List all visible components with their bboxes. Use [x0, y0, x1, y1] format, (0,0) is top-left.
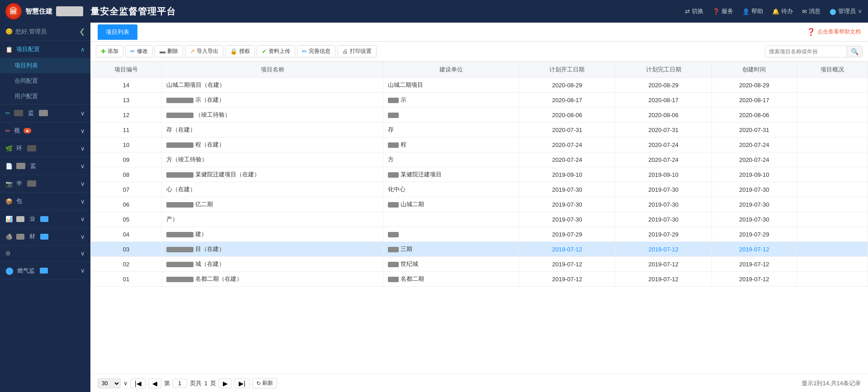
gas-chevron: ∨ — [80, 267, 85, 274]
import-icon: ↗ — [190, 48, 195, 55]
cell-builder — [383, 108, 519, 123]
switch-label: 切换 — [692, 7, 703, 15]
col-end: 计划完工日期 — [615, 62, 712, 78]
edit-button[interactable]: ✏ 修改 — [125, 45, 153, 57]
group9-square2 — [40, 234, 48, 240]
sidebar-user-left: 😊 您好,管理员 — [5, 28, 47, 36]
table-container: 项目编号 项目名称 建设单位 计划开工日期 计划完工日期 创建时间 项目概况 1… — [90, 61, 868, 374]
add-icon: ✚ — [101, 48, 106, 55]
cell-overview — [797, 272, 868, 287]
cell-overview — [797, 137, 868, 152]
table-row[interactable]: 07心（在建）化中心2019-07-302019-07-302019-07-30 — [91, 182, 868, 197]
gas-label: 燃气监 — [17, 267, 35, 275]
page-number-input[interactable] — [173, 379, 187, 388]
upload-icon: ✔ — [262, 48, 267, 55]
sidebar-group-header-gas[interactable]: ⬤ 燃气监 ∨ — [0, 262, 90, 279]
sidebar-group-header-3[interactable]: ✏ 视 ● ∨ — [0, 122, 90, 139]
table-row[interactable]: 03 目（在建） 三期2019-07-122019-07-122019-07-1… — [91, 242, 868, 257]
table-row[interactable]: 06 亿二期 山城二期2019-07-302019-07-302019-07-3… — [91, 197, 868, 212]
sidebar-group-header-4[interactable]: 🌿 环 ∨ — [0, 140, 90, 157]
sidebar-group-project-config: 📋 项目配置 ∧ 项目列表 合同配置 用户配置 — [0, 41, 90, 104]
table-row[interactable]: 08 某健院迁建项目（在建） 某健院迁建项目2019-09-102019-09-… — [91, 167, 868, 182]
sidebar-group-header-10[interactable]: ⚙ ∨ — [0, 246, 90, 261]
builder-blurred — [388, 232, 399, 237]
cell-name: 目（在建） — [162, 242, 383, 257]
search-input[interactable] — [765, 47, 847, 57]
delete-button[interactable]: ▬ 删除 — [155, 45, 183, 57]
contract-config-label: 合同配置 — [14, 77, 38, 84]
sidebar-item-contract-config[interactable]: 合同配置 — [0, 73, 90, 89]
cell-created: 2019-07-30 — [712, 182, 797, 197]
sidebar-collapse-btn[interactable]: ❮ — [79, 27, 85, 36]
table-row[interactable]: 10 程（在建） 程2020-07-242020-07-242020-07-24 — [91, 137, 868, 152]
print-button[interactable]: 🖨 打印设置 — [337, 45, 377, 57]
sidebar-group-header-5[interactable]: 📄 监 ∨ — [0, 157, 90, 175]
page-label-mid: 页共 — [190, 379, 202, 387]
switch-btn[interactable]: ⇄ 切换 — [685, 7, 703, 15]
cell-start: 2019-07-30 — [519, 182, 615, 197]
logo-icon: 🏛 — [5, 3, 22, 19]
name-blurred — [166, 247, 193, 252]
cell-name: （竣工待验） — [162, 108, 383, 123]
cell-builder: 山城二期 — [383, 197, 519, 212]
table-row[interactable]: 14山城二期项目（在建）山城二期项目2020-08-292020-08-2920… — [91, 78, 868, 93]
page-tab[interactable]: 项目列表 — [98, 24, 137, 40]
group10-chevron: ∨ — [80, 250, 85, 257]
service-label: 服务 — [722, 7, 733, 15]
authorize-button[interactable]: 🔒 授权 — [225, 45, 255, 57]
table-row[interactable]: 13 示（在建） 示2020-08-172020-08-172020-08-17 — [91, 93, 868, 108]
sidebar-group-header-7[interactable]: 📦 包 ∨ — [0, 193, 90, 210]
add-button[interactable]: ✚ 添加 — [96, 45, 123, 57]
col-created: 创建时间 — [712, 62, 797, 78]
page-size-select[interactable]: 30 50 100 — [98, 378, 121, 388]
cell-id: 11 — [91, 123, 162, 137]
refresh-label: 刷新 — [262, 379, 273, 387]
cell-builder: 某健院迁建项目 — [383, 167, 519, 182]
project-list-label: 项目列表 — [14, 62, 38, 69]
sidebar-group-header-6[interactable]: 📷 半 ∨ — [0, 175, 90, 192]
cell-overview — [797, 227, 868, 242]
import-button[interactable]: ↗ 导入导出 — [185, 45, 223, 57]
table-row[interactable]: 09方（竣工待验）方2020-07-242020-07-242020-07-24 — [91, 152, 868, 167]
gas-icon: ⬤ — [5, 266, 14, 275]
group8-square2 — [40, 216, 48, 222]
todo-btn[interactable]: 🔔 待办 — [772, 7, 793, 15]
table-row[interactable]: 04 建）2019-07-292019-07-292019-07-29 — [91, 227, 868, 242]
cell-builder: 山城二期项目 — [383, 78, 519, 93]
upload-button[interactable]: ✔ 资料上传 — [257, 45, 295, 57]
sidebar-item-user-config[interactable]: 用户配置 — [0, 89, 90, 104]
main-layout: 😊 您好,管理员 ❮ 📋 项目配置 ∧ 项目列表 合同配置 用户配置 — [0, 23, 868, 392]
table-row[interactable]: 01 名都二期（在建） 名都二期2019-07-122019-07-122019… — [91, 272, 868, 287]
first-page-btn[interactable]: |◀ — [131, 378, 146, 388]
service-btn[interactable]: ❓ 服务 — [712, 7, 733, 15]
complete-button[interactable]: ✏ 完善信息 — [297, 45, 335, 57]
name-blurred — [166, 232, 193, 237]
table-row[interactable]: 05产）2019-07-302019-07-302019-07-30 — [91, 212, 868, 227]
refresh-button[interactable]: ↻ 刷新 — [252, 378, 277, 388]
last-page-btn[interactable]: ▶| — [235, 378, 250, 388]
message-btn[interactable]: ✉ 消息 — [802, 7, 821, 15]
help-btn[interactable]: 👤 帮助 — [742, 7, 763, 15]
cell-overview — [797, 108, 868, 123]
admin-btn[interactable]: ⬤ 管理员 ∨ — [830, 7, 863, 15]
name-blurred — [166, 277, 193, 282]
sidebar-item-project-list[interactable]: 项目列表 — [0, 58, 90, 73]
table-row[interactable]: 11存（在建）存2020-07-312020-07-312020-07-31 — [91, 123, 868, 137]
help-link[interactable]: ❓ 点击查看帮助文档 — [807, 28, 861, 36]
table-row[interactable]: 12 （竣工待验）2020-08-062020-08-062020-08-06 — [91, 108, 868, 123]
next-page-btn[interactable]: ▶ — [219, 378, 232, 388]
sidebar-group-header-2[interactable]: ✏ 监 ∨ — [0, 104, 90, 122]
prev-page-btn[interactable]: ◀ — [148, 378, 161, 388]
group7-chevron: ∨ — [80, 198, 85, 205]
group6-chevron: ∨ — [80, 180, 85, 187]
cell-id: 12 — [91, 108, 162, 123]
cell-created: 2019-07-30 — [712, 212, 797, 227]
sidebar-group-header-9[interactable]: 🪨 材 ∨ — [0, 228, 90, 245]
sidebar-group-header-8[interactable]: 📊 业 ∨ — [0, 210, 90, 227]
search-button[interactable]: 🔍 — [847, 46, 862, 57]
sidebar-group-header-project-config[interactable]: 📋 项目配置 ∧ — [0, 41, 90, 58]
group8-square1 — [16, 216, 24, 222]
table-row[interactable]: 02 城（在建） 世纪城2019-07-122019-07-122019-07-… — [91, 257, 868, 272]
group4-icon: 🌿 — [5, 145, 13, 152]
pagination: 30 50 100 ∨ |◀ ◀ 第 页共 1 页 ▶ ▶| ↻ 刷新 显示1到… — [90, 374, 868, 392]
